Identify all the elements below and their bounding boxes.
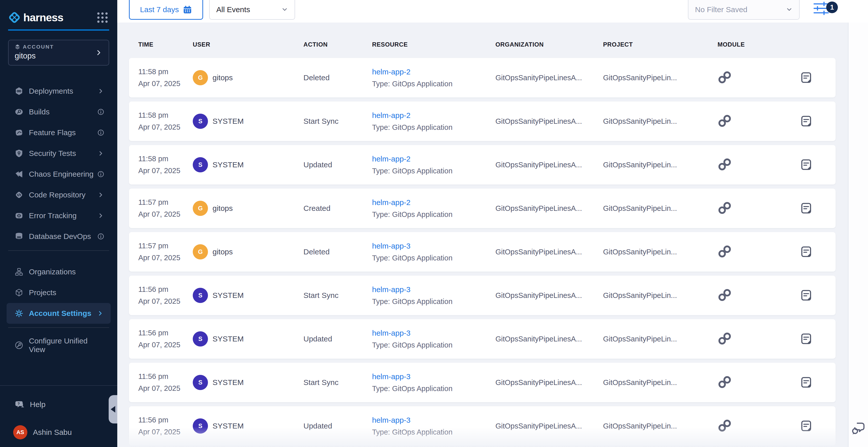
user-name: SYSTEM xyxy=(213,334,244,343)
date-range-button[interactable]: Last 7 days xyxy=(129,0,203,20)
sidebar-collapse-handle[interactable] xyxy=(108,395,117,423)
sidebar-item-feature-flags[interactable]: Feature Flags xyxy=(0,122,117,143)
app-switcher-grid-icon[interactable] xyxy=(97,12,107,23)
table-row[interactable]: 11:56 pm Apr 07, 2025 S SYSTEM Updated h… xyxy=(129,406,836,446)
table-row[interactable]: 11:58 pm Apr 07, 2025 S SYSTEM Start Syn… xyxy=(129,101,836,141)
event-date: Apr 07, 2025 xyxy=(138,123,193,131)
chaos-icon xyxy=(15,170,23,179)
resource-link[interactable]: helm-app-2 xyxy=(372,68,495,76)
event-summary-note-icon[interactable] xyxy=(800,115,813,128)
account-selector[interactable]: ACCOUNT gitops xyxy=(8,40,109,66)
table-row[interactable]: 11:57 pm Apr 07, 2025 G gitops Deleted h… xyxy=(129,232,836,272)
organization-label: GitOpsSanityPipeLinesA... xyxy=(495,161,603,169)
table-row[interactable]: 11:56 pm Apr 07, 2025 S SYSTEM Start Syn… xyxy=(129,276,836,315)
help-button[interactable]: Help xyxy=(0,394,117,415)
gitops-module-icon xyxy=(718,201,732,215)
sidebar-item-code-repository[interactable]: Code Repository xyxy=(0,185,117,205)
resource-link[interactable]: helm-app-2 xyxy=(372,155,495,163)
account-name: gitops xyxy=(15,52,91,61)
cube-icon xyxy=(15,288,23,297)
resource-link[interactable]: helm-app-2 xyxy=(372,198,495,207)
sidebar-item-security-tests[interactable]: Security Tests xyxy=(0,143,117,164)
event-date: Apr 07, 2025 xyxy=(138,254,193,262)
user-name: SYSTEM xyxy=(213,291,244,300)
resource-link[interactable]: helm-app-3 xyxy=(372,242,495,250)
organization-label: GitOpsSanityPipeLinesA... xyxy=(495,422,603,430)
sidebar-item-deployments[interactable]: Deployments xyxy=(0,81,117,101)
info-icon[interactable] xyxy=(97,108,104,116)
event-summary-note-icon[interactable] xyxy=(800,71,813,84)
deployments-icon xyxy=(15,87,23,95)
action-label: Start Sync xyxy=(304,291,372,300)
info-icon[interactable] xyxy=(97,170,104,178)
project-label: GitOpsSanityPipeLin... xyxy=(603,74,718,82)
right-gutter xyxy=(848,23,868,447)
info-icon[interactable] xyxy=(97,129,104,136)
gitops-module-icon xyxy=(718,70,732,84)
brand-accent-rule xyxy=(8,29,109,31)
event-date: Apr 07, 2025 xyxy=(138,384,193,392)
time-cell: 11:57 pm Apr 07, 2025 xyxy=(138,242,193,262)
table-row[interactable]: 11:58 pm Apr 07, 2025 S SYSTEM Updated h… xyxy=(129,145,836,185)
code-icon xyxy=(15,191,23,199)
saved-filter-select[interactable]: No Filter Saved xyxy=(688,0,800,20)
column-header-project: PROJECT xyxy=(603,41,718,48)
account-nav: Organizations Projects Account Settings xyxy=(0,261,117,324)
module-cell xyxy=(718,244,777,259)
sidebar-item-account-settings[interactable]: Account Settings xyxy=(7,303,111,324)
event-summary-note-icon[interactable] xyxy=(800,289,813,302)
filter-panel-button[interactable]: 1 xyxy=(813,2,841,17)
event-summary-note-icon[interactable] xyxy=(800,202,813,215)
event-summary-note-icon[interactable] xyxy=(800,332,813,345)
event-type-select[interactable]: All Events xyxy=(209,0,295,20)
organization-label: GitOpsSanityPipeLinesA... xyxy=(495,204,603,213)
event-time: 11:56 pm xyxy=(138,285,193,294)
filter-count-badge: 1 xyxy=(826,2,838,13)
sidebar-item-database-devops[interactable]: Database DevOps xyxy=(0,226,117,247)
resource-link[interactable]: helm-app-3 xyxy=(372,372,495,381)
table-row[interactable]: 11:56 pm Apr 07, 2025 S SYSTEM Start Syn… xyxy=(129,363,836,402)
sidebar-item-error-tracking[interactable]: Error Tracking xyxy=(0,205,117,226)
info-icon[interactable] xyxy=(97,233,104,240)
project-label: GitOpsSanityPipeLin... xyxy=(603,161,718,169)
resource-link[interactable]: helm-app-3 xyxy=(372,329,495,338)
user-cell: S SYSTEM xyxy=(193,331,304,347)
module-cell xyxy=(718,157,777,172)
event-summary-note-icon[interactable] xyxy=(800,158,813,171)
gitops-module-icon xyxy=(718,331,732,346)
user-cell: S SYSTEM xyxy=(193,157,304,172)
event-summary-note-icon[interactable] xyxy=(800,420,813,432)
chat-support-icon[interactable] xyxy=(850,421,866,437)
event-summary-note-icon[interactable] xyxy=(800,376,813,389)
event-summary-note-icon[interactable] xyxy=(800,246,813,258)
sidebar-item-projects[interactable]: Projects xyxy=(0,282,117,303)
sidebar-item-organizations[interactable]: Organizations xyxy=(0,261,117,282)
audit-content: TIME USER ACTION RESOURCE ORGANIZATION P… xyxy=(117,23,848,447)
resource-link[interactable]: helm-app-3 xyxy=(372,285,495,294)
chevron-right-icon xyxy=(94,49,103,57)
note-cell xyxy=(777,246,836,258)
gitops-module-icon xyxy=(718,418,732,433)
saved-filter-value: No Filter Saved xyxy=(695,5,747,14)
sidebar-item-configure-unified-view[interactable]: Configure Unified View xyxy=(0,335,117,356)
resource-link[interactable]: helm-app-2 xyxy=(372,111,495,120)
project-label: GitOpsSanityPipeLin... xyxy=(603,117,718,126)
wrench-circle-icon xyxy=(15,341,23,350)
organization-label: GitOpsSanityPipeLinesA... xyxy=(495,291,603,300)
table-row[interactable]: 11:57 pm Apr 07, 2025 G gitops Created h… xyxy=(129,189,836,228)
sidebar-item-builds[interactable]: Builds xyxy=(0,101,117,122)
resource-type: Type: GitOps Application xyxy=(372,428,495,436)
chevron-right-icon xyxy=(97,150,104,157)
user-profile-button[interactable]: AS Ashin Sabu xyxy=(0,422,117,443)
sidebar-item-chaos-engineering[interactable]: Chaos Engineering xyxy=(0,164,117,185)
resource-type: Type: GitOps Application xyxy=(372,297,495,306)
organization-label: GitOpsSanityPipeLinesA... xyxy=(495,335,603,343)
column-header-module: MODULE xyxy=(718,41,777,48)
event-date: Apr 07, 2025 xyxy=(138,297,193,306)
user-avatar: S xyxy=(193,375,208,390)
resource-link[interactable]: helm-app-3 xyxy=(372,416,495,424)
table-row[interactable]: 11:56 pm Apr 07, 2025 S SYSTEM Updated h… xyxy=(129,319,836,359)
user-name: gitops xyxy=(213,73,233,82)
shield-icon xyxy=(15,149,23,158)
table-row[interactable]: 11:58 pm Apr 07, 2025 G gitops Deleted h… xyxy=(129,58,836,97)
